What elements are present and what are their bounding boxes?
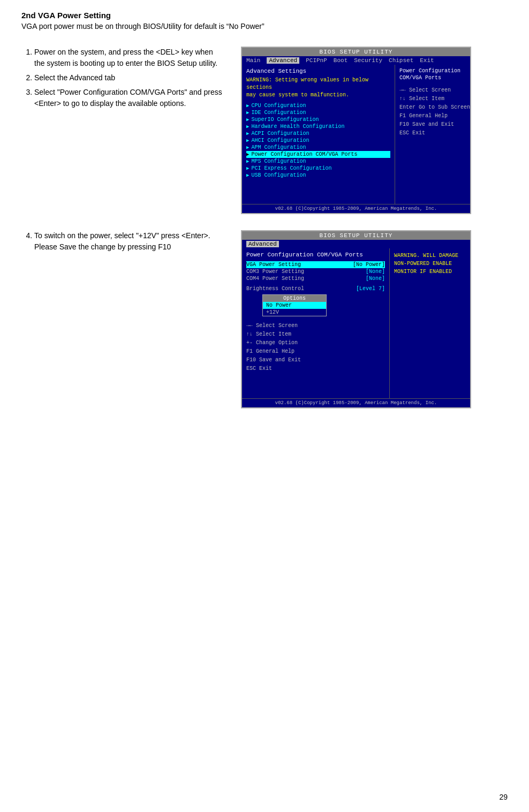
bios1-right-title2: COM/VGA Ports bbox=[399, 75, 466, 81]
bios2-option-12v: +12V bbox=[263, 309, 326, 316]
bios1-menu-pcipnp: PCIPnP bbox=[306, 57, 327, 64]
bios2-options-box: Options No Power +12V bbox=[262, 294, 327, 316]
bios1-key-select-screen: →← Select Screen bbox=[399, 86, 466, 95]
bios2-key-esc: ESC Exit bbox=[246, 365, 385, 373]
bios1-section-title: Advanced Settings bbox=[246, 68, 390, 74]
step-4: To switch on the power, select "+12V" pr… bbox=[34, 230, 225, 253]
bios-screen-2-container: BIOS SETUP UTILITY Advanced Power Config… bbox=[241, 230, 508, 408]
bios-screen-1-container: BIOS SETUP UTILITY Main Advanced PCIPnP … bbox=[241, 47, 508, 214]
bios-screen-2: BIOS SETUP UTILITY Advanced Power Config… bbox=[241, 230, 471, 408]
bios2-key-f10: F10 Save and Exit bbox=[246, 356, 385, 365]
section-2: To switch on the power, select "+12V" pr… bbox=[21, 230, 508, 408]
bios2-com4-row: COM4 Power Setting [None] bbox=[246, 275, 385, 282]
bios2-option-no-power: No Power bbox=[263, 302, 326, 309]
bios2-left-panel: Power Configuration COM/VGA Ports VGA Po… bbox=[242, 248, 390, 398]
bios1-key-select-item: ↑↓ Select Item bbox=[399, 95, 466, 103]
step-1: Power on the system, and press the <DEL>… bbox=[34, 47, 225, 69]
bios1-item-ide: ▶ IDE Configuration bbox=[246, 109, 390, 116]
page-title: 2nd VGA Power Setting bbox=[21, 11, 508, 20]
bios2-right-panel: WARNING. WILL DAMAGENON-POWERED ENABLEMO… bbox=[390, 248, 470, 398]
bios1-key-f10: F10 Save and Exit bbox=[399, 120, 466, 129]
bios1-warning: WARNING: Setting wrong values in below s… bbox=[246, 77, 390, 99]
bios1-left-panel: Advanced Settings WARNING: Setting wrong… bbox=[242, 65, 395, 204]
section-1: Power on the system, and press the <DEL>… bbox=[21, 47, 508, 214]
bios1-key-help: →← Select Screen ↑↓ Select Item Enter Go… bbox=[399, 86, 466, 138]
bios-screen-1: BIOS SETUP UTILITY Main Advanced PCIPnP … bbox=[241, 47, 471, 214]
bios2-vga-label: VGA Power Setting bbox=[246, 262, 301, 268]
bios2-warning: WARNING. WILL DAMAGENON-POWERED ENABLEMO… bbox=[394, 252, 466, 276]
page-container: 2nd VGA Power Setting VGA port power mus… bbox=[0, 0, 529, 812]
bios2-brightness-row: Brightness Control [Level 7] bbox=[246, 285, 385, 292]
step-2: Select the Advanced tab bbox=[34, 72, 225, 84]
bios1-menu-advanced: Advanced bbox=[267, 57, 299, 64]
steps-column-2: To switch on the power, select "+12V" pr… bbox=[21, 230, 225, 408]
bios2-com3-row: COM3 Power Setting [None] bbox=[246, 268, 385, 275]
bios2-key-f1: F1 General Help bbox=[246, 347, 385, 356]
bios1-body: Advanced Settings WARNING: Setting wrong… bbox=[242, 65, 470, 204]
bios2-options-title: Options bbox=[263, 295, 326, 302]
bios1-menu-chipset: Chipset bbox=[389, 57, 413, 64]
bios2-com3-value: [None] bbox=[366, 269, 385, 275]
bios1-item-superio: ▶ SuperIO Configuration bbox=[246, 116, 390, 123]
bios2-key-select-item: ↑↓ Select Item bbox=[246, 330, 385, 339]
bios2-vga-row: VGA Power Setting [No Power] bbox=[246, 261, 385, 268]
bios1-menu-exit: Exit bbox=[420, 57, 434, 64]
bios2-key-select-screen: →← Select Screen bbox=[246, 322, 385, 330]
bios2-section-title: Power Configuration COM/VGA Ports bbox=[246, 252, 385, 258]
bios1-item-apm: ▶ APM Configuration bbox=[246, 144, 390, 151]
steps-column-1: Power on the system, and press the <DEL>… bbox=[21, 47, 225, 214]
bios2-menu-advanced: Advanced bbox=[246, 241, 279, 247]
bios2-menu-bar: Advanced bbox=[242, 240, 470, 248]
bios1-menu-bar: Main Advanced PCIPnP Boot Security Chips… bbox=[242, 56, 470, 65]
bios1-right-panel: Power Configuration COM/VGA Ports →← Sel… bbox=[395, 65, 470, 204]
bios2-com4-value: [None] bbox=[366, 276, 385, 282]
bios2-key-help: →← Select Screen ↑↓ Select Item +- Chang… bbox=[246, 322, 385, 373]
bios1-menu-security: Security bbox=[354, 57, 382, 64]
bios1-key-sub-screen: Enter Go to Sub Screen bbox=[399, 103, 466, 112]
bios1-right-title1: Power Configuration bbox=[399, 68, 466, 74]
bios2-brightness-label: Brightness Control bbox=[246, 286, 304, 292]
bios1-key-esc: ESC Exit bbox=[399, 129, 466, 138]
bios2-com4-label: COM4 Power Setting bbox=[246, 276, 304, 282]
bios1-item-ahci: ▶ AHCI Configuration bbox=[246, 137, 390, 144]
bios1-menu-boot: Boot bbox=[334, 57, 347, 64]
bios1-item-acpi: ▶ ACPI Configuration bbox=[246, 130, 390, 137]
bios1-key-f1: F1 General Help bbox=[399, 112, 466, 120]
bios1-item-usb: ▶ USB Configuration bbox=[246, 172, 390, 179]
page-number: 29 bbox=[499, 793, 508, 801]
bios1-item-hwhealth: ▶ Hardware Health Configuration bbox=[246, 123, 390, 130]
bios2-brightness-value: [Level 7] bbox=[356, 286, 385, 292]
bios2-key-change-option: +- Change Option bbox=[246, 339, 385, 347]
bios2-vga-value: [No Power] bbox=[353, 262, 385, 268]
bios2-title: BIOS SETUP UTILITY bbox=[242, 231, 470, 240]
bios1-footer: v02.68 (C)Copyright 1985-2009, American … bbox=[242, 204, 470, 213]
bios1-title: BIOS SETUP UTILITY bbox=[242, 48, 470, 56]
bios2-body: Power Configuration COM/VGA Ports VGA Po… bbox=[242, 248, 470, 398]
bios1-item-power-config: ▶ Power Configuration COM/VGA Ports bbox=[246, 151, 390, 158]
bios1-item-cpu: ▶ CPU Configuration bbox=[246, 102, 390, 109]
bios1-item-pcie: ▶ PCI Express Configuration bbox=[246, 165, 390, 172]
bios1-item-mps: ▶ MPS Configuration bbox=[246, 158, 390, 165]
bios1-menu-main: Main bbox=[246, 57, 260, 64]
step-3: Select "Power Configuration COM/VGA Port… bbox=[34, 87, 225, 109]
page-subtitle: VGA port power must be on through BIOS/U… bbox=[21, 22, 508, 31]
bios2-footer: v02.68 (C)Copyright 1985-2009, American … bbox=[242, 398, 470, 407]
bios2-com3-label: COM3 Power Setting bbox=[246, 269, 304, 275]
